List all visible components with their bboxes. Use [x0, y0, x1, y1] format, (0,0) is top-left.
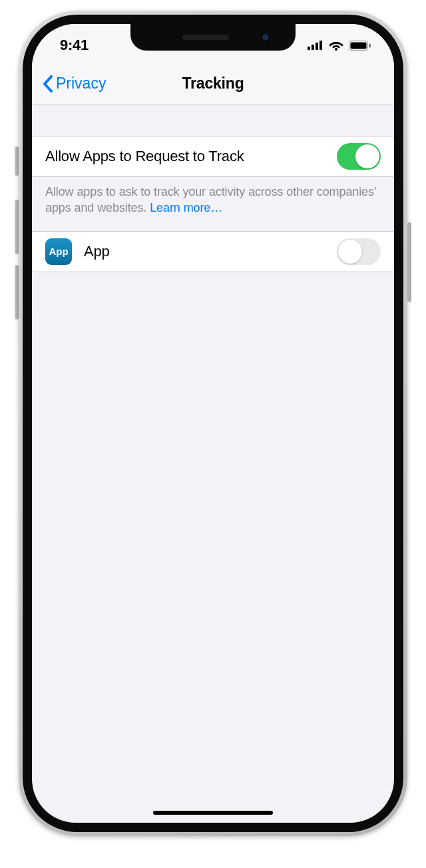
nav-bar: Privacy Tracking — [32, 63, 394, 105]
back-label: Privacy — [56, 75, 106, 93]
svg-point-4 — [335, 48, 337, 51]
svg-rect-6 — [351, 42, 367, 49]
app-icon: App — [45, 238, 72, 265]
learn-more-link[interactable]: Learn more… — [150, 201, 222, 214]
back-button[interactable]: Privacy — [43, 75, 106, 93]
app-tracking-toggle[interactable] — [337, 238, 381, 265]
allow-tracking-row: Allow Apps to Request to Track — [32, 136, 394, 177]
allow-tracking-label: Allow Apps to Request to Track — [45, 148, 244, 165]
status-icons — [308, 40, 371, 51]
svg-rect-2 — [316, 43, 318, 50]
toggle-knob — [355, 144, 379, 168]
power-button[interactable] — [407, 222, 411, 302]
wifi-icon — [329, 40, 343, 51]
svg-rect-0 — [308, 47, 310, 50]
status-time: 9:41 — [60, 37, 89, 54]
svg-rect-3 — [320, 41, 322, 50]
notch — [130, 24, 296, 51]
app-name: App — [84, 243, 110, 260]
phone-frame: 9:41 — [19, 11, 407, 836]
svg-rect-7 — [369, 43, 371, 47]
toggle-knob — [338, 240, 362, 264]
app-row: App App — [32, 231, 394, 272]
cellular-signal-icon — [308, 41, 323, 50]
screen: 9:41 — [32, 24, 394, 823]
content: Allow Apps to Request to Track Allow app… — [32, 105, 394, 272]
speaker-grille — [182, 35, 229, 40]
front-camera — [261, 33, 270, 42]
section-footer: Allow apps to ask to track your activity… — [32, 177, 394, 231]
chevron-left-icon — [43, 75, 53, 93]
svg-rect-1 — [312, 45, 314, 50]
battery-icon — [349, 41, 371, 51]
home-indicator[interactable] — [153, 811, 273, 815]
allow-tracking-toggle[interactable] — [337, 143, 381, 170]
